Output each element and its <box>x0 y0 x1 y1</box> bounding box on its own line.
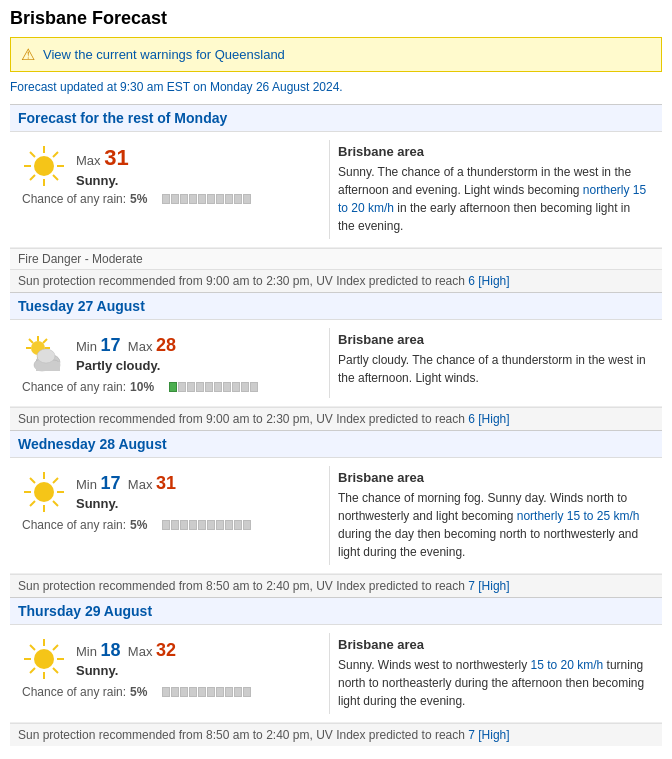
sunny-icon <box>22 637 66 681</box>
rain-bar-cell <box>243 194 251 204</box>
rain-bar <box>162 520 251 530</box>
rain-bar-cell <box>216 194 224 204</box>
forecast-updated: Forecast updated at 9:30 am EST on Monda… <box>10 80 662 94</box>
warning-link[interactable]: View the current warnings for Queensland <box>43 47 285 62</box>
svg-point-31 <box>34 649 54 669</box>
max-temp: 31 <box>156 473 176 493</box>
svg-line-28 <box>53 501 58 506</box>
rain-bar-cell <box>225 194 233 204</box>
svg-point-0 <box>34 156 54 176</box>
temp-info-tuesday: Min 17 Max 28Partly cloudy. <box>76 335 321 373</box>
rain-bar-cell <box>243 687 251 697</box>
svg-line-5 <box>30 152 35 157</box>
area-label-tuesday: Brisbane area <box>338 332 650 347</box>
max-temp: 28 <box>156 335 176 355</box>
area-desc-monday: Sunny. The chance of a thunderstorm in t… <box>338 163 650 235</box>
rain-bar-cell <box>216 520 224 530</box>
uv-link: 6 [High] <box>468 274 509 288</box>
temp-info-wednesday: Min 17 Max 31Sunny. <box>76 473 321 511</box>
left-panel-tuesday: Min 17 Max 28Partly cloudy.Chance of any… <box>14 328 329 398</box>
rain-bar-cell <box>214 382 222 392</box>
condition-tuesday: Partly cloudy. <box>76 358 321 373</box>
day-content-tuesday: Min 17 Max 28Partly cloudy.Chance of any… <box>10 320 662 407</box>
condition-thursday: Sunny. <box>76 663 321 678</box>
min-max-temp-thursday: Min 18 Max 32 <box>76 640 321 661</box>
warning-icon: ⚠ <box>21 45 35 64</box>
forecast-updated-text: Forecast updated at 9:30 am EST on Monda… <box>10 80 343 94</box>
rain-bar-cell <box>225 520 233 530</box>
sections-container: Forecast for the rest of Monday Max 31Su… <box>10 104 662 746</box>
condition-wednesday: Sunny. <box>76 496 321 511</box>
rain-bar-cell <box>198 194 206 204</box>
rain-bar-cell <box>198 520 206 530</box>
day-section-tuesday: Tuesday 27 August Min 17 Max 28Partly cl… <box>10 292 662 430</box>
rain-bar-cell <box>189 687 197 697</box>
svg-line-37 <box>53 668 58 673</box>
max-temp: 31 <box>104 145 128 170</box>
svg-point-21 <box>37 349 55 363</box>
day-content-thursday: Min 18 Max 32Sunny.Chance of any rain: 5… <box>10 625 662 723</box>
rain-bar-cell <box>162 520 170 530</box>
page-container: Brisbane Forecast ⚠ View the current war… <box>0 0 672 754</box>
rain-chance-monday: Chance of any rain: 5% <box>22 192 321 206</box>
temp-info-monday: Max 31Sunny. <box>76 145 321 188</box>
rain-bar-cell <box>234 687 242 697</box>
uv-info-thursday: Sun protection recommended from 8:50 am … <box>10 723 662 746</box>
rain-bar-cell <box>189 520 197 530</box>
rain-bar-cell <box>232 382 240 392</box>
rain-bar-cell <box>207 194 215 204</box>
rain-bar-cell <box>198 687 206 697</box>
rain-bar-cell <box>223 382 231 392</box>
rain-bar-cell <box>162 194 170 204</box>
condition-monday: Sunny. <box>76 173 321 188</box>
desc-link: northerly 15 <box>517 509 580 523</box>
rain-bar-cell <box>243 520 251 530</box>
area-label-wednesday: Brisbane area <box>338 470 650 485</box>
day-header-tuesday: Tuesday 27 August <box>10 293 662 320</box>
rain-bar-cell <box>171 687 179 697</box>
svg-line-30 <box>30 501 35 506</box>
day-content-wednesday: Min 17 Max 31Sunny.Chance of any rain: 5… <box>10 458 662 574</box>
right-panel-thursday: Brisbane areaSunny. Winds west to northw… <box>329 633 658 714</box>
desc-link: to 20 km/h <box>338 201 394 215</box>
area-desc-wednesday: The chance of morning fog. Sunny day. Wi… <box>338 489 650 561</box>
day-section-monday: Forecast for the rest of Monday Max 31Su… <box>10 104 662 292</box>
rain-bar-cell <box>205 382 213 392</box>
desc-link: northerly 15 <box>583 183 646 197</box>
svg-line-7 <box>53 152 58 157</box>
svg-line-38 <box>53 645 58 650</box>
max-temp: 32 <box>156 640 176 660</box>
svg-point-22 <box>34 482 54 502</box>
rain-bar-cell <box>180 194 188 204</box>
rain-percent: 10% <box>130 380 154 394</box>
svg-line-27 <box>30 478 35 483</box>
rain-chance-thursday: Chance of any rain: 5% <box>22 685 321 699</box>
left-panel-wednesday: Min 17 Max 31Sunny.Chance of any rain: 5… <box>14 466 329 565</box>
right-panel-tuesday: Brisbane areaPartly cloudy. The chance o… <box>329 328 658 398</box>
rain-bar-cell <box>250 382 258 392</box>
rain-bar-cell <box>187 382 195 392</box>
min-max-temp-tuesday: Min 17 Max 28 <box>76 335 321 356</box>
warning-banner: ⚠ View the current warnings for Queensla… <box>10 37 662 72</box>
rain-bar-cell <box>241 382 249 392</box>
svg-line-16 <box>43 339 47 343</box>
rain-bar <box>169 382 258 392</box>
rain-bar-cell <box>171 194 179 204</box>
svg-line-14 <box>29 339 33 343</box>
rain-bar-cell <box>180 520 188 530</box>
rain-bar-cell <box>234 520 242 530</box>
rain-bar-cell <box>216 687 224 697</box>
rain-bar <box>162 687 251 697</box>
rain-chance-wednesday: Chance of any rain: 5% <box>22 518 321 532</box>
uv-link: 7 [High] <box>468 579 509 593</box>
rain-bar-cell <box>225 687 233 697</box>
day-header-monday: Forecast for the rest of Monday <box>10 105 662 132</box>
fire-danger-monday: Fire Danger - Moderate <box>10 248 662 269</box>
min-temp: 17 <box>101 335 121 355</box>
svg-rect-20 <box>36 362 60 371</box>
weather-row-monday: Max 31Sunny. <box>22 144 321 188</box>
svg-line-39 <box>30 668 35 673</box>
desc-link: to 25 km/h <box>583 509 639 523</box>
weather-row-wednesday: Min 17 Max 31Sunny. <box>22 470 321 514</box>
page-title: Brisbane Forecast <box>10 8 662 29</box>
